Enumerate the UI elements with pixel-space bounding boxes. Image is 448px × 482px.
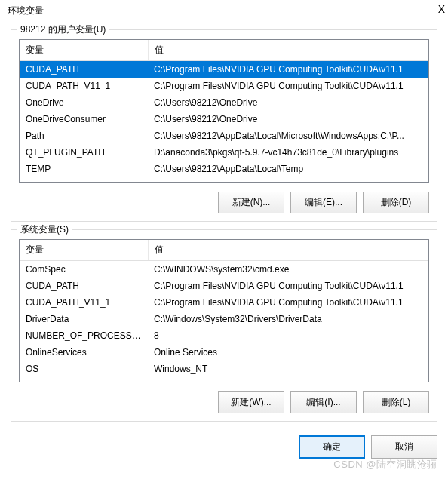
close-icon[interactable]: X [438,3,445,15]
table-row[interactable]: ComSpecC:\WINDOWS\system32\cmd.exe [20,261,428,278]
system-edit-button[interactable]: 编辑(I)... [290,391,357,413]
sys-col-value[interactable]: 值 [148,240,428,261]
var-name-cell: NUMBER_OF_PROCESSORS [20,327,148,344]
table-row[interactable]: QT_PLUGIN_PATHD:\anaconda3\pkgs\qt-5.9.7… [20,144,428,161]
table-row[interactable]: PathC:\Users\98212\AppData\Local\Microso… [20,127,428,144]
var-name-cell: CUDA_PATH_V11_1 [20,78,148,94]
var-name-cell: ComSpec [20,261,148,278]
user-variables-label: 98212 的用户变量(U) [17,23,109,36]
user-buttons: 新建(N)... 编辑(E)... 删除(D) [19,192,429,213]
system-variables-table-wrap[interactable]: 变量 值 ComSpecC:\WINDOWS\system32\cmd.exeC… [19,239,429,382]
user-new-button[interactable]: 新建(N)... [218,192,284,213]
user-variables-group: 98212 的用户变量(U) 变量 值 CUDA_PATHC:\Program … [11,29,437,222]
window-title: 环境变量 [0,0,448,25]
user-edit-button[interactable]: 编辑(E)... [290,192,357,213]
var-name-cell: OneDrive [20,94,148,111]
var-value-cell: C:\WINDOWS\system32\cmd.exe [148,261,428,278]
var-name-cell: TEMP [20,161,148,177]
system-variables-group: 系统变量(S) 变量 值 ComSpecC:\WINDOWS\system32\… [11,229,437,422]
sys-col-name[interactable]: 变量 [20,240,148,261]
table-row[interactable]: OSWindows_NT [20,361,428,377]
table-row[interactable]: CUDA_PATH_V11_1C:\Program Files\NVIDIA G… [20,294,428,311]
var-value-cell: C:\Program Files\NVIDIA GPU Computing To… [148,278,428,294]
dialog-footer: 确定 取消 [0,429,448,468]
table-row[interactable]: NUMBER_OF_PROCESSORS8 [20,327,428,344]
table-row[interactable]: CUDA_PATHC:\Program Files\NVIDIA GPU Com… [20,278,428,294]
var-value-cell: Windows_NT [148,361,428,377]
var-name-cell: CUDA_PATH [20,278,148,294]
var-value-cell: C:\Program Files\NVIDIA GPU Computing To… [148,294,428,311]
system-new-button[interactable]: 新建(W)... [218,391,284,413]
user-variables-table-wrap[interactable]: 变量 值 CUDA_PATHC:\Program Files\NVIDIA GP… [19,39,429,183]
var-name-cell: OS [20,361,148,377]
table-row[interactable]: CUDA_PATHC:\Program Files\NVIDIA GPU Com… [20,61,428,78]
var-name-cell: DriverData [20,311,148,327]
system-delete-button[interactable]: 删除(L) [363,391,429,413]
ok-button[interactable]: 确定 [299,435,365,459]
var-name-cell: OneDriveConsumer [20,111,148,127]
user-delete-button[interactable]: 删除(D) [363,192,429,213]
table-row[interactable]: OneDriveC:\Users\98212\OneDrive [20,94,428,111]
var-name-cell: CUDA_PATH [20,61,148,78]
var-value-cell: C:\Program Files\NVIDIA GPU Computing To… [148,61,428,78]
var-value-cell: C:\Windows\System32\Drivers\DriverData [148,311,428,327]
var-value-cell: D:\anaconda3\pkgs\qt-5.9.7-vc14h73c81de_… [148,144,428,161]
var-value-cell: C:\Program Files\NVIDIA GPU Computing To… [148,78,428,94]
table-row[interactable]: DriverDataC:\Windows\System32\Drivers\Dr… [20,311,428,327]
user-variables-table: 变量 值 CUDA_PATHC:\Program Files\NVIDIA GP… [20,40,428,177]
cancel-button[interactable]: 取消 [371,435,437,459]
var-value-cell: C:\Users\98212\AppData\Local\Microsoft\W… [148,127,428,144]
system-variables-label: 系统变量(S) [17,223,72,236]
var-name-cell: OnlineServices [20,344,148,361]
var-value-cell: C:\Users\98212\OneDrive [148,94,428,111]
var-value-cell: C:\Users\98212\AppData\Local\Temp [148,161,428,177]
system-buttons: 新建(W)... 编辑(I)... 删除(L) [19,391,429,413]
table-row[interactable]: OnlineServicesOnline Services [20,344,428,361]
table-row[interactable]: OneDriveConsumerC:\Users\98212\OneDrive [20,111,428,127]
var-value-cell: Online Services [148,344,428,361]
var-value-cell: C:\Users\98212\OneDrive [148,111,428,127]
var-value-cell: 8 [148,327,428,344]
var-name-cell: Path [20,127,148,144]
var-name-cell: QT_PLUGIN_PATH [20,144,148,161]
user-col-value[interactable]: 值 [148,40,428,61]
table-row[interactable]: TEMPC:\Users\98212\AppData\Local\Temp [20,161,428,177]
system-variables-table: 变量 值 ComSpecC:\WINDOWS\system32\cmd.exeC… [20,240,428,377]
table-row[interactable]: CUDA_PATH_V11_1C:\Program Files\NVIDIA G… [20,78,428,94]
var-name-cell: CUDA_PATH_V11_1 [20,294,148,311]
user-col-name[interactable]: 变量 [20,40,148,61]
